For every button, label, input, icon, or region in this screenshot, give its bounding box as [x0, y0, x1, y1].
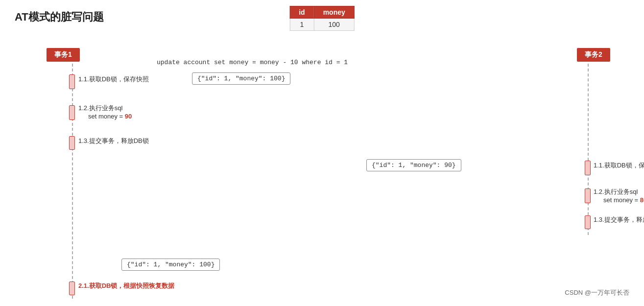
- snapshot-1: {"id": 1, "money": 100}: [192, 72, 290, 85]
- tx1-rollback-label: 2.1.获取DB锁，根据快照恢复数据: [78, 282, 174, 290]
- tx1-rollback-rect: [69, 282, 75, 295]
- tx1-step3-rect: [69, 136, 75, 150]
- tx2-step2-rect: [585, 188, 591, 203]
- tx1-label: 事务1: [47, 48, 80, 62]
- tx2-step3-rect: [585, 215, 591, 229]
- page-container: AT模式的脏写问题 id money 1 100 update account …: [0, 0, 644, 306]
- sql-statement: update account set money = money - 10 wh…: [157, 59, 348, 66]
- tx2-step1-rect: [585, 161, 591, 175]
- tx2-step2-label: 1.2.执行业务sql set money = 80: [594, 188, 644, 204]
- timeline-tx1: [72, 64, 73, 299]
- tx1-step3-label: 1.3.提交事务，释放DB锁: [78, 137, 149, 145]
- tx1-step1-rect: [69, 74, 75, 89]
- db-table-header-money: money: [314, 6, 354, 19]
- snapshot-2: {"id": 1, "money": 90}: [366, 159, 461, 171]
- db-table-header-id: id: [290, 6, 314, 19]
- tx1-step2-rect: [69, 105, 75, 120]
- watermark: CSDN @一万年可长否: [565, 288, 629, 297]
- tx1-step2-label: 1.2.执行业务sql set money = 90: [78, 104, 132, 120]
- db-table: id money 1 100: [289, 6, 355, 31]
- timeline-tx2: [588, 64, 589, 235]
- tx2-step1-label: 1.1.获取DB锁，保存快照: [594, 161, 644, 170]
- tx2-label: 事务2: [577, 48, 610, 62]
- tx2-step3-label: 1.3.提交事务，释放DB锁: [594, 215, 644, 224]
- snapshot-3: {"id": 1, "money": 100}: [121, 259, 220, 271]
- tx1-step1-label: 1.1.获取DB锁，保存快照: [78, 75, 149, 84]
- db-table-cell-money: 100: [314, 19, 354, 31]
- db-table-cell-id: 1: [290, 19, 314, 31]
